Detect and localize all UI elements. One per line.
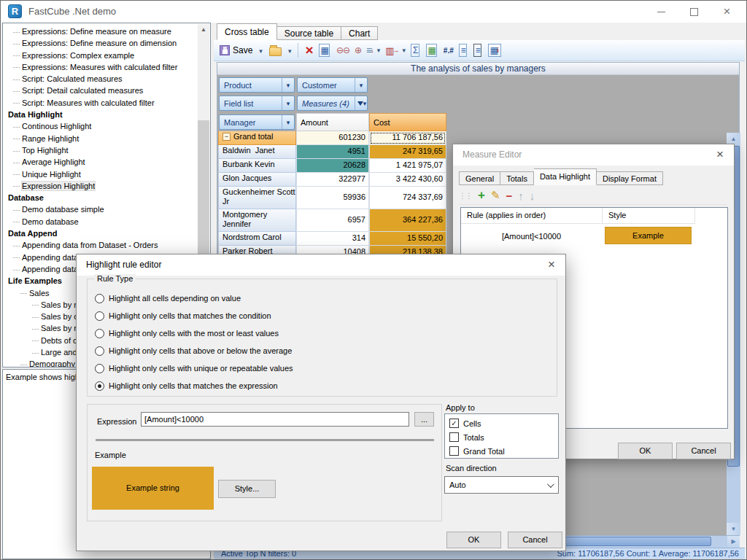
scale-dropdown-caret[interactable]: ▾ <box>403 47 405 54</box>
cost-cell[interactable]: 724 337,69 <box>369 187 446 209</box>
save-button[interactable]: Save <box>220 45 252 55</box>
radio-option[interactable]: Highlight only cells with the most or le… <box>95 327 293 340</box>
grid-info-icon[interactable]: ▦i <box>488 44 501 57</box>
row-header-cell[interactable]: Burbank Kevin <box>218 159 296 173</box>
me-tab-display-format[interactable]: Display Format <box>597 171 663 185</box>
field-list-dropdown-icon[interactable] <box>282 96 294 110</box>
measures-button[interactable]: Measures (4) <box>297 96 368 111</box>
tree-category[interactable]: Data Append <box>4 228 197 239</box>
maximize-button[interactable] <box>678 1 711 23</box>
move-up-button[interactable]: ↑ <box>518 190 524 202</box>
tree-category[interactable]: Database <box>4 192 197 203</box>
transpose-icon[interactable]: ▦ <box>319 44 330 57</box>
dimension-button-customer[interactable]: Customer <box>297 77 368 93</box>
tree-item[interactable]: Range Highlight <box>4 133 197 144</box>
tab-source-table[interactable]: Source table <box>277 26 341 40</box>
amount-cell[interactable]: 59936 <box>296 187 369 209</box>
amount-cell[interactable]: 314 <box>296 232 369 246</box>
hide-zeros-icon[interactable]: ⊖⊖ <box>336 45 348 55</box>
close-button[interactable] <box>711 1 743 23</box>
layout-icon[interactable]: ≡ <box>473 44 481 57</box>
tree-item[interactable]: Script: Calculated measures <box>4 73 197 85</box>
rule-style-swatch[interactable]: Example <box>605 227 692 244</box>
radio-option[interactable]: Highlight all cells depending on value <box>95 292 293 305</box>
add-rule-button[interactable]: + <box>478 188 485 203</box>
tree-item[interactable]: Demo database simple <box>4 203 197 215</box>
tree-item[interactable]: Continous Highlight <box>4 120 197 132</box>
field-list-button[interactable]: Field list <box>219 96 295 111</box>
radio-option[interactable]: Highlight only cells that above or below… <box>95 344 293 357</box>
open-dropdown-caret[interactable] <box>288 46 292 55</box>
amount-cell[interactable]: 6957 <box>296 209 369 232</box>
scroll-right-icon[interactable] <box>727 536 740 548</box>
me-tab-totals[interactable]: Totals <box>500 171 534 185</box>
remove-rule-button[interactable]: − <box>506 190 513 202</box>
amount-cell[interactable]: 601230 <box>296 131 369 145</box>
tree-item[interactable]: Unique Highlight <box>4 168 197 180</box>
number-format-icon[interactable]: #.# <box>444 47 452 55</box>
tree-item[interactable]: Script: Measures with calculated filter <box>4 97 197 109</box>
tree-item[interactable]: Script: Detail calculated measures <box>4 85 197 96</box>
expression-browse-button[interactable]: ... <box>414 412 434 427</box>
tree-item[interactable]: Expressions: Complex example <box>4 50 197 61</box>
row-header-cell[interactable]: Baldwin Janet <box>218 145 296 159</box>
collapse-icon[interactable] <box>222 133 231 141</box>
amount-cell[interactable]: 322977 <box>296 173 369 187</box>
ok-button[interactable]: OK <box>446 532 501 548</box>
align-icon[interactable]: ≡ <box>459 44 467 57</box>
chart-grid-icon[interactable]: ▦ <box>426 44 437 57</box>
edit-rule-button[interactable]: ✎ <box>491 189 500 202</box>
manager-sort-icon[interactable] <box>282 115 294 129</box>
dimension-button-manager[interactable]: Manager <box>219 114 295 130</box>
amount-cell[interactable]: 20628 <box>296 159 369 173</box>
tree-item[interactable]: Appending data from Dataset - Orders <box>4 239 197 251</box>
cancel-button[interactable]: Cancel <box>508 532 562 548</box>
tree-item[interactable]: Demo database <box>4 216 197 228</box>
style-button[interactable]: Style... <box>218 480 276 498</box>
row-header-cell[interactable]: Glon Jacques <box>218 173 296 187</box>
open-button[interactable] <box>269 47 282 56</box>
rule-list-item[interactable]: [Amount]<10000 <box>461 224 602 249</box>
checkbox-grand-total[interactable]: Grand Total <box>449 444 558 458</box>
totals-icon[interactable]: Σ <box>411 44 419 57</box>
scale-button[interactable]: ▥→ <box>385 45 399 56</box>
swap-axes-icon[interactable]: ⊕ <box>355 45 360 55</box>
sort-button[interactable]: ≡↓ <box>366 44 374 56</box>
cost-cell[interactable]: 15 550,20 <box>369 232 446 246</box>
row-header-cell[interactable]: Grand total <box>218 131 296 145</box>
tree-item[interactable]: Expressions: Define measure on measure <box>4 26 197 37</box>
checkbox-cells[interactable]: Cells <box>449 416 558 430</box>
measures-filter-icon[interactable] <box>355 96 367 110</box>
amount-cell[interactable]: 4951 <box>296 145 369 159</box>
dimension-button-product[interactable]: Product <box>219 77 295 93</box>
tree-item[interactable]: Top Highlight <box>4 144 197 156</box>
cost-cell[interactable]: 3 422 430,60 <box>369 173 446 187</box>
tab-chart[interactable]: Chart <box>341 26 378 40</box>
move-down-button[interactable]: ↓ <box>530 190 535 202</box>
cancel-button[interactable]: Cancel <box>676 443 731 459</box>
tree-item[interactable]: Expressions: Define measure on dimension <box>4 37 197 49</box>
row-header-cell[interactable]: Montgomery Jennifer <box>218 209 296 232</box>
radio-option-selected[interactable]: Highlight only cells that matches the ex… <box>95 379 293 392</box>
close-icon[interactable] <box>712 147 728 163</box>
scroll-up-icon[interactable] <box>198 24 209 36</box>
tab-cross-table[interactable]: Cross table <box>217 23 277 40</box>
radio-option[interactable]: Highlight only cells that matches the co… <box>95 309 293 322</box>
expression-input[interactable]: [Amount]<10000 <box>141 412 409 427</box>
cost-cell[interactable]: 247 319,65 <box>369 145 446 159</box>
checkbox-totals[interactable]: Totals <box>449 430 558 444</box>
radio-option[interactable]: Highlight only cells with unique or repe… <box>95 362 293 375</box>
tree-item[interactable]: Average Highlight <box>4 156 197 168</box>
tree-category[interactable]: Data Highlight <box>4 109 197 120</box>
row-header-cell[interactable]: Nordstrom Carol <box>218 232 296 246</box>
cost-cell[interactable]: 1 421 975,07 <box>369 159 446 173</box>
me-tab-general[interactable]: General <box>459 171 500 185</box>
tree-item-selected[interactable]: Expression Highlight <box>4 180 197 192</box>
column-header-amount[interactable]: Amount <box>296 113 369 131</box>
product-dropdown-icon[interactable] <box>282 78 294 92</box>
scroll-down-icon[interactable] <box>727 523 740 535</box>
tree-item[interactable]: Expressions: Measures with calculated fi… <box>4 61 197 73</box>
row-header-cell[interactable]: Guckenheimer Scott Jr <box>218 187 296 209</box>
save-dropdown-caret[interactable] <box>259 46 263 55</box>
cost-cell[interactable]: 364 227,36 <box>369 209 446 232</box>
